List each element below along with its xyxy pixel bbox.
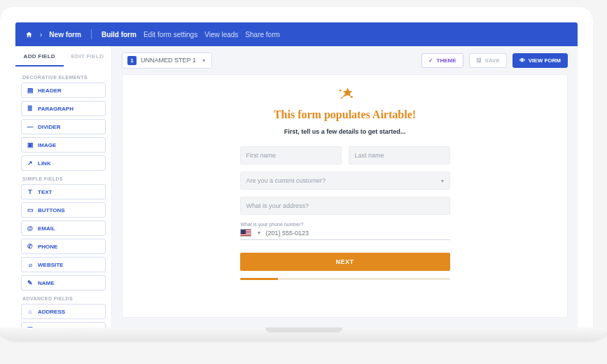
theme-icon: ✓: [428, 57, 433, 64]
home-icon[interactable]: [25, 31, 33, 38]
email-icon: @: [27, 225, 34, 232]
field-label: DIVIDER: [38, 124, 60, 130]
save-label: SAVE: [485, 57, 500, 64]
form-title: This form populates Airtable!: [240, 108, 450, 121]
field-paragraph[interactable]: ≣PARAGRAPH: [21, 101, 106, 116]
next-button[interactable]: NEXT: [240, 253, 450, 271]
step-label: UNNAMED STEP 1: [141, 57, 196, 64]
save-icon: 🖫: [476, 57, 482, 64]
field-label: IMAGE: [38, 142, 56, 148]
svg-point-3: [351, 97, 352, 98]
field-divider[interactable]: —DIVIDER: [21, 119, 106, 134]
website-icon: ⌕: [27, 261, 34, 268]
field-buttons[interactable]: ▭BUTTONS: [21, 202, 106, 218]
builder-toolbar: 1 UNNAMED STEP 1 ▼ ✓ THEME 🖫 SAVE 👁: [112, 46, 578, 74]
eye-icon: 👁: [519, 57, 525, 64]
view-form-button[interactable]: 👁 VIEW FORM: [512, 53, 568, 68]
nav-edit-settings[interactable]: Edit form settings: [144, 31, 197, 38]
phone-label: What is your phone number?: [241, 222, 450, 227]
field-label: BUTTONS: [38, 207, 65, 214]
field-image[interactable]: ▣IMAGE: [21, 137, 106, 153]
field-website[interactable]: ⌕WEBSITE: [21, 257, 106, 272]
first-name-input[interactable]: First name: [240, 146, 342, 164]
buttons-icon: ▭: [27, 206, 34, 214]
field-label: LINK: [38, 160, 51, 167]
step-selector[interactable]: 1 UNNAMED STEP 1 ▼: [122, 52, 212, 69]
field-label: WEBSITE: [38, 262, 63, 268]
svg-point-2: [340, 90, 341, 91]
field-email[interactable]: @EMAIL: [21, 220, 106, 236]
field-label: PHONE: [38, 244, 57, 250]
nav-share-form[interactable]: Share form: [245, 31, 279, 38]
theme-button[interactable]: ✓ THEME: [421, 53, 463, 68]
field-sidebar: ADD FIELD EDIT FIELD DECORATIVE ELEMENTS…: [15, 46, 112, 328]
last-name-input[interactable]: Last name: [349, 146, 450, 164]
group-simple-heading: SIMPLE FIELDS: [22, 176, 104, 181]
field-label: NAME: [38, 280, 55, 286]
field-label: PARAGRAPH: [38, 106, 74, 112]
group-decorative-heading: DECORATIVE ELEMENTS: [22, 75, 104, 80]
main-area: 1 UNNAMED STEP 1 ▼ ✓ THEME 🖫 SAVE 👁: [112, 46, 578, 328]
tab-add-field[interactable]: ADD FIELD: [15, 46, 64, 66]
address-icon: ⌂: [27, 308, 34, 315]
phone-input[interactable]: (201) 555-0123: [265, 230, 449, 237]
field-label: TEXT: [38, 189, 52, 195]
theme-label: THEME: [437, 57, 456, 64]
field-label: HEADER: [38, 88, 62, 94]
text-icon: T: [27, 188, 34, 195]
field-address[interactable]: ⌂ADDRESS: [21, 304, 106, 319]
address-input[interactable]: What is your address?: [240, 197, 450, 215]
chevron-down-icon: ▼: [257, 230, 262, 235]
us-flag-icon[interactable]: [240, 229, 251, 237]
chevron-right-icon: ›: [40, 31, 42, 38]
link-icon: ↗: [27, 160, 34, 167]
field-header[interactable]: ▤HEADER: [21, 83, 106, 98]
breadcrumb-current: New form: [49, 31, 81, 38]
paragraph-icon: ≣: [27, 105, 34, 112]
image-icon: ▣: [27, 141, 34, 148]
field-name[interactable]: ✎NAME: [21, 275, 106, 290]
form-subtitle: First, tell us a few details to get star…: [240, 128, 450, 135]
separator: [91, 29, 92, 39]
form-canvas: This form populates Airtable! First, tel…: [122, 74, 568, 318]
customer-select[interactable]: Are you a current customer?: [240, 172, 450, 190]
wand-icon: [335, 85, 355, 104]
top-nav: › New form Build form Edit form settings…: [15, 22, 578, 46]
view-label: VIEW FORM: [529, 57, 561, 64]
group-advanced-heading: ADVANCED FIELDS: [22, 296, 104, 301]
nav-build-form[interactable]: Build form: [102, 31, 137, 38]
field-checkboxes[interactable]: ☑CHECKBOXES: [21, 322, 106, 328]
chevron-down-icon: ▼: [202, 58, 207, 63]
field-label: ADDRESS: [38, 309, 65, 315]
phone-field[interactable]: ▼ (201) 555-0123: [240, 229, 450, 240]
field-phone[interactable]: ✆PHONE: [21, 239, 106, 254]
divider-icon: —: [27, 123, 34, 130]
save-button[interactable]: 🖫 SAVE: [469, 53, 507, 68]
step-number-badge: 1: [127, 56, 137, 65]
field-link[interactable]: ↗LINK: [21, 155, 106, 171]
nav-view-leads[interactable]: View leads: [204, 31, 238, 38]
tab-edit-field[interactable]: EDIT FIELD: [64, 46, 112, 66]
field-text[interactable]: TTEXT: [21, 184, 106, 200]
header-icon: ▤: [27, 87, 34, 94]
progress-bar: [240, 278, 450, 280]
name-icon: ✎: [27, 279, 34, 286]
progress-fill: [240, 278, 278, 280]
phone-icon: ✆: [27, 243, 34, 250]
field-label: EMAIL: [38, 225, 55, 232]
